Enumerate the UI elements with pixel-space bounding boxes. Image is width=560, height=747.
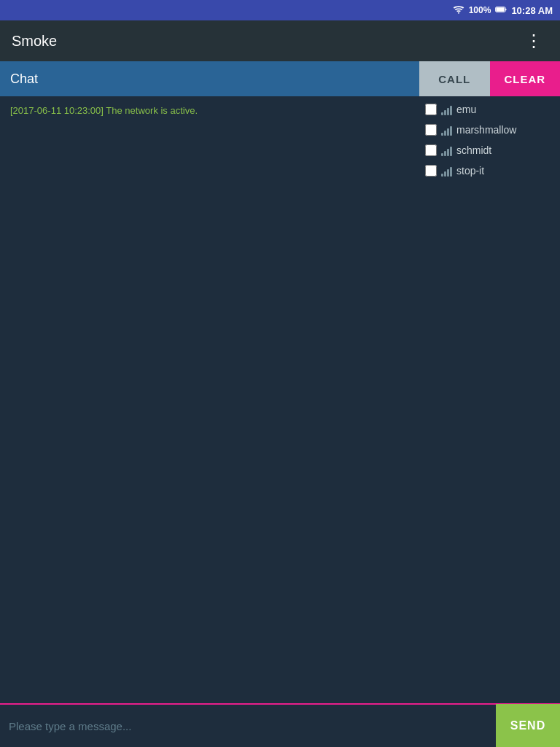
chat-panel: Chat [2017-06-11 10:23:00] The network i…	[0, 61, 419, 703]
contacts-list: emu marshmallow	[419, 96, 560, 184]
app-bar: Smoke ⋮	[0, 20, 560, 61]
list-item: schmidt	[419, 140, 560, 160]
status-bar: 100% 10:28 AM	[0, 0, 560, 20]
app-title: Smoke	[12, 33, 57, 50]
svg-rect-3	[505, 8, 506, 10]
contact-name-emu: emu	[456, 104, 476, 115]
clear-button[interactable]: CLEAR	[490, 61, 561, 96]
overflow-menu-button[interactable]: ⋮	[519, 26, 548, 55]
action-buttons: CALL CLEAR	[419, 61, 560, 96]
battery-icon	[495, 5, 507, 16]
message-input[interactable]	[9, 711, 496, 740]
status-time: 10:28 AM	[511, 5, 553, 16]
list-item: stop-it	[419, 160, 560, 181]
signal-icon	[441, 124, 452, 136]
contact-checkbox-stopit[interactable]	[425, 165, 437, 177]
chat-header: Chat	[0, 61, 419, 96]
signal-icon	[441, 144, 452, 156]
main-content: Chat [2017-06-11 10:23:00] The network i…	[0, 61, 560, 703]
contact-name-marshmallow: marshmallow	[456, 124, 516, 136]
contact-name-stopit: stop-it	[456, 165, 484, 177]
send-button[interactable]: SEND	[496, 704, 560, 747]
chat-messages: [2017-06-11 10:23:00] The network is act…	[0, 96, 419, 703]
contact-checkbox-marshmallow[interactable]	[425, 124, 437, 136]
contact-checkbox-emu[interactable]	[425, 104, 437, 115]
signal-icon	[441, 165, 452, 177]
chat-title: Chat	[10, 71, 38, 87]
svg-point-0	[458, 12, 459, 13]
list-item: marshmallow	[419, 120, 560, 140]
list-item: emu	[419, 99, 560, 120]
svg-rect-2	[497, 7, 505, 11]
input-bar: SEND	[0, 703, 560, 747]
contacts-panel: CALL CLEAR emu	[419, 61, 560, 703]
network-status-message: [2017-06-11 10:23:00] The network is act…	[10, 105, 409, 116]
battery-percentage: 100%	[469, 5, 491, 15]
wifi-icon	[453, 4, 464, 17]
signal-icon	[441, 104, 452, 115]
contact-name-schmidt: schmidt	[456, 144, 491, 156]
contact-checkbox-schmidt[interactable]	[425, 144, 437, 156]
call-button[interactable]: CALL	[419, 61, 490, 96]
